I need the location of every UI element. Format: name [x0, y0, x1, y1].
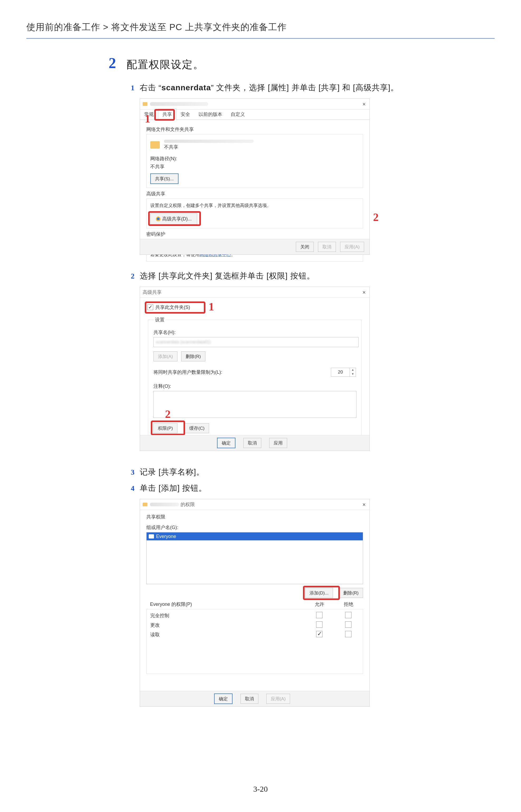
chevron-down-icon[interactable]: ▼ [350, 372, 356, 377]
breadcrumb: 使用前的准备工作 > 将文件发送至 PC 上共享文件夹的准备工作 [26, 21, 495, 33]
folder-icon [143, 102, 148, 106]
share-info-box: 不共享 网络路径(N): 不共享 共享(S)... [146, 134, 363, 188]
callout-box-2 [148, 211, 201, 226]
step-number: 2 [97, 55, 116, 71]
blurred-name [150, 503, 179, 506]
divider [26, 38, 495, 39]
apply-button[interactable]: 应用(A) [266, 694, 290, 704]
tabs: 常规 共享 安全 以前的版本 自定义 [140, 110, 369, 120]
tab-security[interactable]: 安全 [176, 109, 194, 120]
remove-button[interactable]: 删除(R) [339, 588, 363, 598]
section-heading: 高级共享 [146, 191, 363, 197]
screenshot-properties-dialog: × 常规 共享 安全 以前的版本 自定义 1 网络文件和文件夹共享 [140, 99, 370, 255]
ok-button[interactable]: 确定 [217, 438, 235, 448]
callout-box-1 [154, 109, 175, 121]
add-button[interactable]: 添加(A) [154, 351, 178, 361]
close-button[interactable]: 关闭 [296, 242, 314, 252]
callout-box-1 [145, 301, 205, 314]
title-suffix: 的权限 [181, 501, 195, 508]
perm-for-label: Everyone 的权限(P) [146, 601, 305, 607]
callout-number-1: 1 [208, 300, 214, 313]
share-name-input[interactable]: scannerdata (scannerdata01) [154, 337, 359, 347]
cancel-button[interactable]: 取消 [318, 242, 336, 252]
cancel-button[interactable]: 取消 [241, 694, 258, 704]
folder-icon [150, 141, 160, 149]
step-heading: 2 配置权限设定。 [97, 55, 495, 72]
group-label: 组或用户名(G): [146, 524, 363, 531]
substep-number: 4 [127, 484, 134, 493]
perm-label: 完全控制 [146, 613, 305, 619]
chevron-up-icon[interactable]: ▲ [350, 368, 356, 372]
tab-custom[interactable]: 自定义 [226, 109, 249, 120]
comment-label: 注释(O): [154, 383, 356, 389]
close-icon[interactable]: × [362, 101, 366, 108]
page-number: 3-20 [0, 785, 521, 793]
titlebar: 的权限 × [140, 499, 369, 510]
permissions-table: Everyone 的权限(P) 允许 拒绝 完全控制 更改 [146, 601, 363, 674]
screenshot-permissions-dialog: 的权限 × 共享权限 组或用户名(G): Everyone 添加(D).. [140, 499, 370, 707]
settings-legend: 设置 [154, 317, 166, 323]
callout-number-2: 2 [165, 408, 171, 421]
substep-text: 记录 [共享名称]。 [140, 467, 204, 477]
callout-number-1: 1 [145, 112, 150, 125]
substep-number: 1 [127, 84, 134, 92]
cancel-button[interactable]: 取消 [243, 438, 261, 448]
table-row: 读取 [146, 630, 363, 639]
dialog-footer: 关闭 取消 应用(A) [140, 239, 369, 255]
limit-stepper[interactable]: 20 ▲▼ [331, 368, 356, 377]
tab-share-permissions: 共享权限 [146, 514, 363, 520]
section-heading: 网络文件和文件夹共享 [146, 126, 363, 132]
screenshot-advanced-sharing: 高级共享 × 共享此文件夹(S) 1 设置 共享名(H): [140, 287, 370, 451]
limit-value: 20 [331, 368, 350, 377]
close-icon[interactable]: × [362, 289, 366, 296]
share-name-label: 共享名(H): [154, 329, 356, 336]
network-path-value: 不共享 [150, 164, 359, 170]
cache-button[interactable]: 缓存(C) [185, 423, 209, 433]
allow-checkbox[interactable] [316, 631, 322, 637]
blurred-title [150, 102, 208, 106]
users-listbox[interactable]: Everyone [146, 532, 363, 584]
table-row: 更改 [146, 620, 363, 630]
network-path-label: 网络路径(N): [150, 155, 359, 162]
substep-number: 3 [127, 468, 134, 476]
share-button[interactable]: 共享(S)... [150, 173, 179, 184]
substep-text: 单击 [添加] 按钮。 [140, 483, 207, 494]
close-icon[interactable]: × [362, 501, 366, 508]
tab-previous[interactable]: 以前的版本 [194, 109, 226, 120]
substep-text: 选择 [共享此文件夹] 复选框并单击 [权限] 按钮。 [140, 271, 315, 281]
deny-checkbox[interactable] [345, 621, 352, 628]
comment-textarea[interactable] [154, 391, 357, 418]
section-heading: 密码保护 [146, 231, 363, 237]
users-icon [149, 534, 154, 538]
callout-number-2: 2 [373, 211, 379, 223]
dialog-title: 高级共享 [143, 289, 162, 295]
advanced-share-desc: 设置自定义权限，创建多个共享，并设置其他高级共享选项。 [150, 202, 359, 209]
substep-row: 2 选择 [共享此文件夹] 复选框并单击 [权限] 按钮。 [127, 271, 495, 281]
substep-number: 2 [127, 272, 134, 280]
allow-checkbox[interactable] [316, 612, 322, 618]
advanced-share-box: 设置自定义权限，创建多个共享，并设置其他高级共享选项。 高级共享(D)... 2 [146, 198, 363, 228]
apply-button[interactable]: 应用 [269, 438, 287, 448]
list-item-everyone[interactable]: Everyone [146, 532, 363, 540]
table-row: 完全控制 [146, 611, 363, 620]
step-title: 配置权限设定。 [127, 57, 204, 72]
substep-row: 1 右击 “scannerdata” 文件夹，选择 [属性] 并单击 [共享] … [127, 82, 495, 93]
substep-row: 3 记录 [共享名称]。 [127, 467, 495, 477]
perm-label: 读取 [146, 632, 305, 638]
deny-checkbox[interactable] [345, 612, 352, 618]
allow-checkbox[interactable] [316, 621, 322, 628]
folder-icon [143, 503, 148, 506]
remove-button[interactable]: 删除(R) [181, 351, 205, 361]
callout-box-2 [151, 421, 185, 435]
callout-box-add [303, 586, 340, 600]
deny-checkbox[interactable] [345, 631, 352, 637]
apply-button[interactable]: 应用(A) [340, 242, 364, 252]
deny-header: 拒绝 [334, 601, 363, 607]
ok-button[interactable]: 确定 [214, 693, 232, 704]
allow-header: 允许 [305, 601, 334, 607]
substep-text: 右击 “scannerdata” 文件夹，选择 [属性] 并单击 [共享] 和 … [140, 82, 399, 93]
substep-row: 4 单击 [添加] 按钮。 [127, 483, 495, 494]
perm-label: 更改 [146, 622, 305, 628]
titlebar: 高级共享 × [140, 287, 369, 298]
titlebar: × [140, 99, 369, 110]
